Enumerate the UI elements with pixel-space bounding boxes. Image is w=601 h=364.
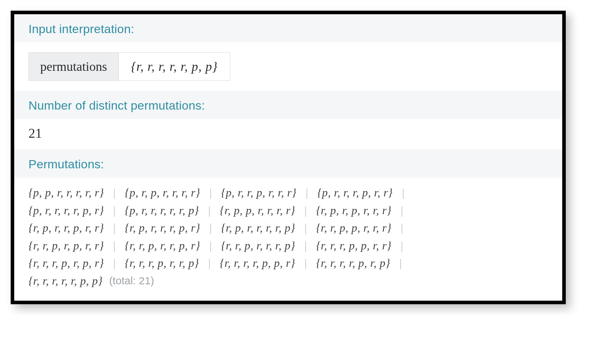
input-interpretation-body: permutations {r, r, r, r, r, p, p}	[28, 52, 230, 81]
operation-label: permutations	[29, 53, 119, 80]
permutation-item: {r, p, r, r, p, r, r}	[28, 219, 104, 237]
permutation-item: {p, r, r, r, p, r, r}	[317, 184, 393, 202]
permutations-list: {p, p, r, r, r, r, r}|{p, r, p, r, r, r,…	[14, 178, 562, 294]
permutation-item: {r, r, r, r, r, p, p}	[28, 272, 103, 290]
input-interpretation-header: Input interpretation:	[14, 14, 562, 42]
permutation-row: {r, r, p, r, p, r, r}|{r, r, p, r, r, p,…	[28, 237, 548, 255]
count-header: Number of distinct permutations:	[14, 91, 562, 119]
permutation-item: {r, r, r, p, p, r, r}	[316, 237, 391, 255]
permutation-row: {p, r, r, r, r, p, r}|{p, r, r, r, r, r,…	[28, 202, 548, 220]
permutation-item: {r, p, r, p, r, r, r}	[316, 202, 391, 220]
permutation-row: {r, p, r, r, p, r, r}|{r, p, r, r, r, p,…	[28, 219, 548, 237]
permutation-item: {p, r, r, r, r, p, r}	[28, 202, 104, 220]
permutation-item: {p, r, r, p, r, r, r}	[221, 184, 296, 202]
permutation-item: {r, p, r, r, r, r, p}	[221, 219, 295, 237]
permutation-item: {r, p, r, r, r, p, r}	[125, 219, 200, 237]
permutation-item: {r, r, r, p, r, p, r}	[28, 254, 104, 272]
permutation-item: {r, r, r, p, r, r, p}	[125, 254, 199, 272]
separator: |	[401, 202, 403, 220]
separator: |	[208, 202, 210, 220]
permutation-item: {r, r, r, r, p, p, r}	[220, 254, 295, 272]
permutation-item: {r, r, p, p, r, r, r}	[316, 219, 391, 237]
separator: |	[305, 219, 307, 237]
separator: |	[305, 202, 307, 220]
permutation-item: {p, p, r, r, r, r, r}	[28, 184, 104, 202]
separator: |	[400, 254, 402, 272]
total-note: (total: 21)	[109, 273, 154, 289]
separator: |	[113, 254, 115, 272]
input-multiset: {r, r, r, r, r, p, p}	[119, 53, 230, 80]
permutation-row: {r, r, r, p, r, p, r}|{r, r, r, p, r, r,…	[28, 254, 548, 272]
result-card: Input interpretation: permutations {r, r…	[11, 11, 566, 304]
separator: |	[402, 184, 404, 202]
separator: |	[305, 237, 307, 255]
separator: |	[113, 202, 115, 220]
separator: |	[113, 219, 115, 237]
separator: |	[208, 254, 210, 272]
permutation-row: {r, r, r, r, r, p, p}(total: 21)	[28, 272, 548, 290]
permutation-row: {p, p, r, r, r, r, r}|{p, r, p, r, r, r,…	[28, 184, 548, 202]
separator: |	[401, 237, 403, 255]
separator: |	[306, 184, 308, 202]
separator: |	[210, 237, 212, 255]
permutation-item: {p, r, r, r, r, r, p}	[125, 202, 199, 220]
separator: |	[305, 254, 307, 272]
permutation-item: {r, r, r, r, p, r, p}	[316, 254, 390, 272]
permutation-item: {r, p, p, r, r, r, r}	[220, 202, 295, 220]
separator: |	[113, 184, 115, 202]
separator: |	[401, 219, 403, 237]
permutation-item: {p, r, p, r, r, r, r}	[125, 184, 200, 202]
permutation-item: {r, r, p, r, r, r, p}	[221, 237, 295, 255]
separator: |	[210, 184, 212, 202]
permutations-header: Permutations:	[14, 149, 562, 178]
separator: |	[210, 219, 212, 237]
permutation-item: {r, r, p, r, p, r, r}	[28, 237, 104, 255]
separator: |	[113, 237, 115, 255]
count-value: 21	[14, 119, 562, 149]
permutation-item: {r, r, p, r, r, p, r}	[125, 237, 200, 255]
